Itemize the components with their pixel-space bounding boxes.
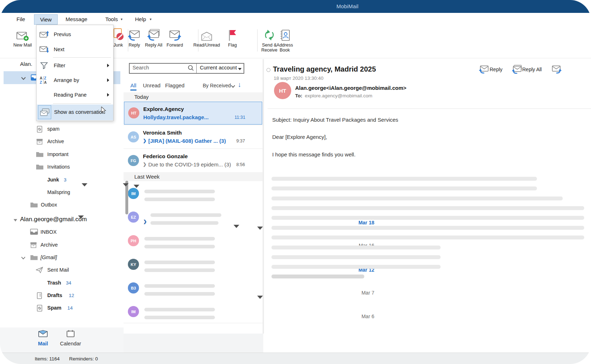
sort-direction-icon[interactable]: ↓: [238, 81, 241, 89]
folder-icon: [30, 202, 38, 209]
sidebar-item-gmail-archive[interactable]: Archive: [0, 241, 124, 250]
body-line: I hope this message finds you well.: [272, 151, 356, 157]
sidebar-item-mailspring[interactable]: Mailspring: [0, 188, 124, 197]
submenu-arrow-icon: [107, 64, 109, 67]
avatar: HT: [274, 82, 291, 99]
body-subject-line: Subject: Inquiry About Travel Packages a…: [272, 117, 398, 123]
text-placeholder: [272, 265, 441, 269]
reply-all-icon[interactable]: [511, 65, 522, 75]
address-book-button[interactable]: Address Book: [273, 27, 297, 53]
message-row-selected[interactable]: HT Explore.Agency Hollyday.travel.packag…: [124, 102, 262, 125]
forward-icon[interactable]: [552, 65, 562, 75]
text-placeholder: [272, 255, 441, 259]
message-date: Mar 6: [342, 314, 374, 319]
previous-mail-icon: [39, 30, 49, 40]
menu-tools[interactable]: Tools: [105, 16, 118, 22]
menu-message[interactable]: Message: [66, 16, 87, 22]
sort-dropdown[interactable]: By Received: [203, 83, 231, 88]
search-icon[interactable]: [188, 65, 194, 73]
tab-calendar[interactable]: Calendar: [58, 330, 83, 346]
chevron-down-icon[interactable]: [21, 255, 26, 261]
reply-all-button[interactable]: Reply All: [522, 67, 542, 72]
message-time: 8:56: [215, 162, 245, 167]
message-row-placeholder[interactable]: IM Mar 6: [124, 299, 263, 323]
account-filter-dropdown[interactable]: Current account: [200, 65, 237, 71]
tab-all[interactable]: All: [130, 82, 136, 91]
reply-all-button[interactable]: Reply All: [141, 27, 166, 48]
message-row-placeholder[interactable]: B3 Mar 7: [124, 276, 263, 299]
sidebar-item-sent-mail[interactable]: Sent Mail: [0, 266, 124, 275]
folder-icon: [36, 164, 44, 171]
svg-text:A: A: [40, 76, 42, 80]
app-title: MobiMail: [0, 0, 591, 13]
sidebar-item-spam[interactable]: spam: [0, 125, 124, 134]
new-mail-button[interactable]: New Mail: [10, 27, 35, 48]
collapse-triangle-icon[interactable]: [13, 217, 18, 223]
flag-button[interactable]: Flag: [220, 27, 245, 48]
reply-button[interactable]: Reply: [490, 67, 503, 72]
menu-separator: [53, 57, 111, 58]
message-row-placeholder[interactable]: PH Mar 16: [124, 228, 263, 252]
tab-flagged[interactable]: Flagged: [165, 82, 184, 88]
sidebar-item-junk[interactable]: Junk 3: [0, 175, 124, 185]
chevron-down-icon[interactable]: [21, 76, 26, 82]
menu-item-filter[interactable]: Filter: [37, 58, 113, 73]
account-filter-caret-icon[interactable]: [238, 65, 242, 72]
app-window: MobiMail File View Message Tools ▾ Help …: [0, 0, 591, 364]
search-input[interactable]: Search: [133, 65, 149, 71]
tab-unread[interactable]: Unread: [143, 82, 160, 88]
read-unread-button[interactable]: Read/Unread: [191, 27, 223, 48]
sidebar-item-invitations[interactable]: Invitations: [0, 162, 124, 172]
account2-header[interactable]: Alan.george@gmail.com: [20, 216, 87, 223]
sidebar-item-archive[interactable]: Archive: [0, 137, 124, 146]
status-bar: Items: 1164 Reminders: 0: [0, 353, 591, 364]
text-placeholder: [144, 261, 215, 264]
sidebar-item-gmail-inbox[interactable]: INBOX: [0, 228, 124, 237]
text-placeholder: [272, 177, 537, 181]
sidebar-item-important[interactable]: Important: [0, 150, 124, 159]
menu-file[interactable]: File: [16, 16, 25, 22]
sender-address: Alan.george<iAlan.george@mobimail.com>: [295, 85, 407, 91]
title-bar: MobiMail: [0, 0, 591, 13]
status-reminders: Reminders: 0: [69, 356, 98, 361]
sidebar-item-gmail-drafts[interactable]: Drafts 12: [0, 291, 124, 300]
archive-icon: [30, 242, 37, 249]
message-subject: [JIRA] (MAIL-608) Gather ... (3): [148, 138, 226, 144]
message-status-dot: [266, 68, 270, 72]
menu-item-previous[interactable]: Previus: [37, 28, 113, 42]
reading-date: 18 март 2020 13:30:40: [274, 76, 323, 81]
text-placeholder: [272, 186, 537, 190]
text-placeholder: [144, 198, 215, 201]
message-date: Mar 18: [342, 220, 374, 225]
menu-item-arrange-by[interactable]: AZZA Arrange by: [37, 73, 113, 88]
thread-chevron-icon: ❯: [143, 138, 146, 143]
spam-icon: [37, 126, 43, 134]
menu-item-next[interactable]: Next: [37, 43, 113, 57]
message-row[interactable]: FG Federico Gonzale ❯ Due to the COVID-1…: [124, 149, 263, 172]
account1-header[interactable]: Alan.: [20, 61, 32, 67]
sidebar-item-gmail-spam[interactable]: Spam 14: [0, 304, 124, 313]
sidebar-item-trash[interactable]: Trash 34: [0, 278, 124, 288]
archive-icon: [36, 139, 43, 146]
forward-button[interactable]: Forward: [163, 27, 187, 48]
reply-icon[interactable]: [479, 65, 489, 75]
pane-divider[interactable]: [263, 59, 264, 334]
message-row-placeholder[interactable]: EZ ❯ Mar 18: [124, 205, 263, 228]
sort-caret-icon[interactable]: [231, 83, 235, 89]
message-row[interactable]: AS Veronica Smith ❯ [JIRA] (MAIL-608) Ga…: [124, 125, 263, 149]
to-address: explore.agency@mobimail.com: [305, 93, 373, 98]
folder-icon: [36, 151, 44, 159]
message-row-placeholder[interactable]: IM Mar 19: [124, 181, 263, 205]
sidebar-item-outbox[interactable]: Outbox: [0, 200, 124, 210]
section-today: Today: [124, 92, 263, 101]
caret-down-icon: [134, 185, 139, 188]
tab-mail[interactable]: Mail: [33, 330, 53, 346]
message-row-placeholder[interactable]: KY Mar 12: [124, 252, 263, 276]
menu-item-reading-pane[interactable]: Reading Pane: [37, 88, 113, 102]
menu-view[interactable]: View: [34, 14, 58, 25]
menu-help[interactable]: Help: [135, 16, 146, 22]
message-sender: Explore.Agency: [143, 106, 184, 112]
message-sender: Federico Gonzale: [143, 153, 188, 159]
sidebar-item-gmail-folder[interactable]: [Gmail]: [0, 253, 124, 262]
message-sender: Veronica Smith: [143, 130, 182, 136]
